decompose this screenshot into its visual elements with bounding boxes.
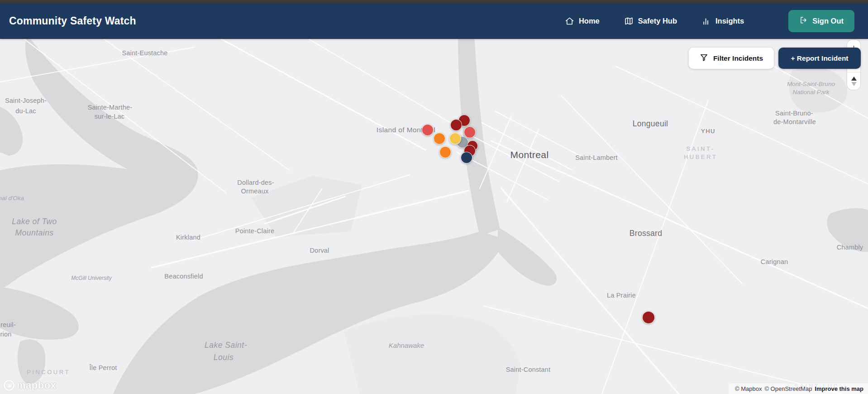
nav-item-label: Home bbox=[579, 17, 600, 25]
funnel-icon bbox=[700, 53, 708, 63]
mapbox-logo[interactable]: mapbox bbox=[4, 380, 56, 391]
map-label: Brossard bbox=[630, 229, 662, 238]
mapbox-attribution-link[interactable]: © Mapbox bbox=[735, 385, 762, 392]
map-label: Pointe-Claire bbox=[235, 227, 274, 235]
map-land-patches bbox=[251, 67, 847, 394]
incident-marker[interactable] bbox=[464, 126, 476, 138]
filter-incidents-button[interactable]: Filter Incidents bbox=[689, 48, 774, 69]
map-label: du-Lac bbox=[15, 107, 36, 115]
incident-marker[interactable] bbox=[422, 124, 434, 136]
incident-marker[interactable] bbox=[439, 146, 451, 158]
compass-icon-south bbox=[851, 82, 857, 86]
home-icon bbox=[565, 16, 574, 26]
map-label: Mont-Saint-Bruno bbox=[787, 81, 835, 87]
map-label: Saint-Bruno- bbox=[775, 110, 813, 117]
nav-item-home[interactable]: Home bbox=[565, 16, 600, 26]
incident-marker[interactable] bbox=[642, 311, 655, 324]
report-incident-label: + Report Incident bbox=[791, 54, 848, 62]
nav-item-safety-hub[interactable]: Safety Hub bbox=[624, 16, 677, 26]
map-icon bbox=[624, 16, 634, 26]
map-label: Saint-Constant bbox=[506, 366, 551, 373]
map-label: de-Montarville bbox=[773, 118, 816, 125]
nav-item-insights[interactable]: Insights bbox=[701, 16, 744, 26]
map-label: SAINT- bbox=[687, 145, 715, 152]
incident-marker[interactable] bbox=[461, 152, 472, 163]
map-label: Kahnawake bbox=[389, 341, 424, 349]
report-incident-button[interactable]: + Report Incident bbox=[778, 48, 861, 69]
osm-attribution-link[interactable]: © OpenStreetMap bbox=[764, 385, 812, 392]
map-label: Sainte-Marthe- bbox=[88, 104, 133, 111]
map-label: Louis bbox=[214, 353, 234, 362]
app-root: Community Safety Watch Home Safety Hub I… bbox=[0, 0, 868, 394]
nav-item-label: Insights bbox=[715, 17, 744, 25]
incident-marker[interactable] bbox=[449, 133, 461, 144]
map-label: Lake of Two bbox=[12, 217, 57, 226]
mapbox-logo-text: mapbox bbox=[17, 380, 56, 391]
map-canvas bbox=[0, 39, 868, 394]
map-label: HUBERT bbox=[684, 154, 717, 160]
map-label: Saint-Eustache bbox=[122, 49, 167, 57]
main-nav: Home Safety Hub Insights Sign Out bbox=[565, 10, 854, 32]
map-label: Saint-Joseph- bbox=[5, 97, 47, 104]
sign-out-icon bbox=[799, 16, 808, 26]
map-label: Île Perrot bbox=[90, 364, 117, 371]
map-label: Dorval bbox=[310, 247, 329, 254]
sign-out-label: Sign Out bbox=[812, 17, 844, 25]
map-label: reuil- bbox=[0, 321, 15, 328]
map-label: PINCOURT bbox=[27, 369, 70, 375]
map-viewport[interactable]: Saint-EustacheSaint-Joseph-du-LacSainte-… bbox=[0, 39, 868, 394]
improve-map-link[interactable]: Improve this map bbox=[815, 385, 863, 392]
map-label: Lake Saint- bbox=[205, 341, 247, 350]
map-label: Kirkland bbox=[176, 234, 200, 241]
nav-item-label: Safety Hub bbox=[638, 17, 677, 25]
compass-icon bbox=[851, 77, 857, 81]
sign-out-button[interactable]: Sign Out bbox=[788, 10, 854, 32]
map-label: Carignan bbox=[761, 258, 788, 265]
bar-chart-icon bbox=[701, 16, 711, 26]
map-label: Mountains bbox=[15, 228, 53, 238]
map-label: Beaconsfield bbox=[164, 273, 203, 280]
map-label: National Park bbox=[792, 89, 829, 96]
map-label: sur-le-Lac bbox=[95, 113, 124, 120]
map-label: Dollard-des- bbox=[237, 179, 274, 186]
map-label: nal d'Oka bbox=[0, 195, 24, 202]
map-attribution: © Mapbox © OpenStreetMap Improve this ma… bbox=[729, 384, 868, 394]
incident-marker[interactable] bbox=[450, 119, 462, 131]
map-label: rion bbox=[0, 331, 12, 338]
map-label: Longueuil bbox=[633, 119, 668, 129]
map-label: Chambly bbox=[837, 244, 863, 251]
mapbox-logo-icon bbox=[4, 380, 14, 391]
app-header: Community Safety Watch Home Safety Hub I… bbox=[0, 3, 868, 39]
map-label: McGill University bbox=[71, 275, 111, 281]
app-title: Community Safety Watch bbox=[9, 15, 136, 27]
map-label: YHU bbox=[701, 128, 715, 135]
compass-button[interactable] bbox=[847, 72, 860, 90]
map-label: Saint-Lambert bbox=[575, 154, 618, 161]
incident-marker[interactable] bbox=[434, 133, 445, 144]
filter-incidents-label: Filter Incidents bbox=[713, 54, 763, 62]
map-label: Montreal bbox=[510, 149, 549, 160]
map-label: La Prairie bbox=[607, 292, 636, 299]
map-label: Ormeaux bbox=[241, 187, 268, 195]
window-top-strip bbox=[0, 0, 868, 3]
